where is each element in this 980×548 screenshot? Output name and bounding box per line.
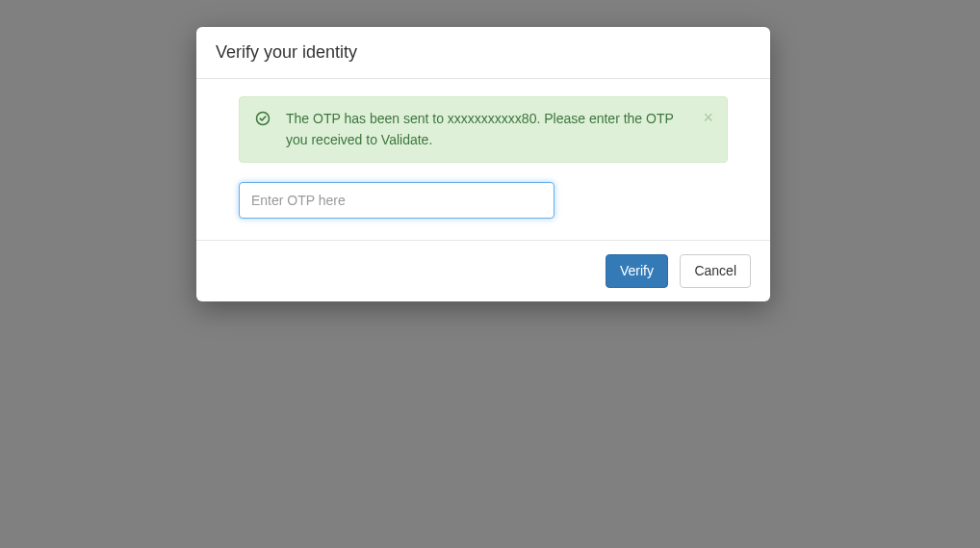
verify-identity-modal: Verify your identity The OTP has been se… bbox=[196, 27, 770, 301]
modal-body: The OTP has been sent to xxxxxxxxxxx80. … bbox=[196, 79, 770, 241]
modal-title: Verify your identity bbox=[216, 42, 751, 63]
alert-message: The OTP has been sent to xxxxxxxxxxx80. … bbox=[286, 109, 692, 150]
otp-input[interactable] bbox=[239, 182, 554, 219]
cancel-button[interactable]: Cancel bbox=[680, 254, 751, 288]
success-alert: The OTP has been sent to xxxxxxxxxxx80. … bbox=[239, 96, 728, 163]
modal-footer: Verify Cancel bbox=[196, 241, 770, 301]
check-circle-icon bbox=[255, 111, 271, 126]
verify-button[interactable]: Verify bbox=[606, 254, 668, 288]
modal-header: Verify your identity bbox=[196, 27, 770, 79]
close-icon[interactable]: × bbox=[699, 107, 717, 128]
